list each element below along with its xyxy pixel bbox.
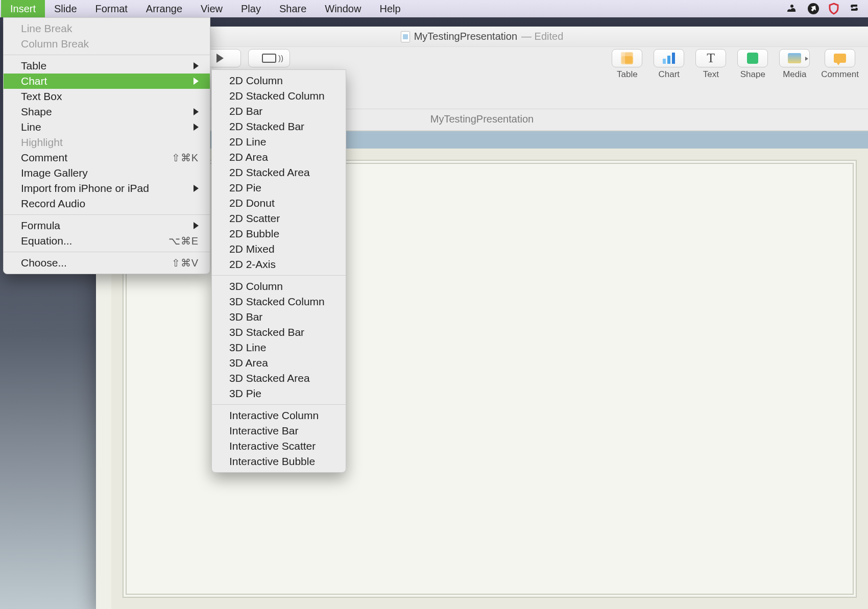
menu-window[interactable]: Window — [316, 0, 370, 17]
menu-item-label: 2D Pie — [229, 182, 261, 194]
menu-item-label: Table — [21, 60, 46, 72]
insert-menu-item[interactable]: Comment⇧⌘K — [4, 150, 210, 165]
chart-submenu-item[interactable]: 2D Stacked Bar — [212, 119, 346, 134]
media-icon — [788, 53, 801, 63]
toolbar-media-button[interactable]: Media — [779, 49, 810, 80]
menu-bar-spacer — [410, 0, 785, 17]
toolbar-text-button[interactable]: T Text — [695, 49, 726, 80]
chart-submenu-item[interactable]: 2D Pie — [212, 180, 346, 196]
menu-item-label: Line Break — [21, 22, 72, 35]
menu-item-label: 2D Area — [229, 151, 268, 163]
chart-submenu-item[interactable]: 2D Area — [212, 150, 346, 165]
menu-item-label: 2D Stacked Bar — [229, 120, 304, 133]
menu-play[interactable]: Play — [232, 0, 270, 17]
chart-submenu-item[interactable]: 2D Scatter — [212, 211, 346, 226]
menu-item-label: Interactive Scatter — [229, 440, 316, 452]
play-icon — [216, 54, 224, 63]
chevron-right-icon — [194, 124, 199, 131]
chart-submenu-item[interactable]: Interactive Column — [212, 408, 346, 423]
chart-submenu-item[interactable]: 3D Stacked Bar — [212, 325, 346, 340]
chart-submenu-item[interactable]: 3D Area — [212, 355, 346, 371]
menu-item-label: Import from iPhone or iPad — [21, 182, 149, 194]
menu-item-label: 2D Stacked Area — [229, 166, 310, 179]
insert-menu-item[interactable]: Choose...⇧⌘V — [4, 255, 210, 271]
menu-item-label: Interactive Bubble — [229, 455, 315, 468]
menu-shortcut: ⌥⌘E — [168, 235, 199, 247]
chart-submenu-item[interactable]: 2D Stacked Area — [212, 165, 346, 180]
menu-item-label: Image Gallery — [21, 167, 88, 179]
chart-submenu-item[interactable]: 2D Column — [212, 73, 346, 88]
insert-menu-item[interactable]: Text Box — [4, 89, 210, 104]
insert-menu-item[interactable]: Formula — [4, 218, 210, 233]
chart-submenu-item[interactable]: 2D Bar — [212, 104, 346, 119]
menu-format[interactable]: Format — [86, 0, 137, 17]
menu-item-label: 2D Line — [229, 136, 266, 148]
chevron-right-icon — [194, 222, 199, 229]
toolbar-comment-label: Comment — [821, 69, 859, 80]
document-title: MyTestingPresentation — [414, 31, 517, 42]
insert-menu-item[interactable]: Import from iPhone or iPad — [4, 181, 210, 196]
menu-help[interactable]: Help — [370, 0, 409, 17]
toolbar-chart-button[interactable]: Chart — [654, 49, 684, 80]
chart-submenu-item[interactable]: 3D Pie — [212, 386, 346, 401]
menu-share[interactable]: Share — [270, 0, 316, 17]
chart-submenu-item[interactable]: 3D Column — [212, 279, 346, 294]
toolbar-comment-button[interactable]: Comment — [821, 49, 859, 80]
menu-item-label: Highlight — [21, 136, 63, 149]
menu-item-label: 3D Stacked Bar — [229, 326, 304, 338]
chart-submenu-item[interactable]: 3D Bar — [212, 309, 346, 325]
insert-menu-item[interactable]: Chart — [4, 74, 210, 89]
menu-item-label: 2D Mixed — [229, 243, 275, 255]
chart-submenu-item[interactable]: 2D Line — [212, 134, 346, 150]
chart-submenu-item[interactable]: Interactive Scatter — [212, 439, 346, 454]
text-icon: T — [707, 51, 715, 66]
cloud-icon[interactable] — [785, 4, 799, 14]
menu-item-label: Equation... — [21, 235, 72, 247]
chart-submenu-item[interactable]: 3D Line — [212, 340, 346, 355]
insert-menu-item[interactable]: Shape — [4, 104, 210, 119]
chart-submenu-item[interactable]: 3D Stacked Column — [212, 294, 346, 309]
menu-item-label: Formula — [21, 220, 60, 232]
menu-item-label: 2D Bubble — [229, 228, 279, 240]
menu-item-label: Choose... — [21, 257, 67, 269]
menu-item-label: 3D Pie — [229, 387, 261, 400]
insert-menu-item[interactable]: Equation...⌥⌘E — [4, 233, 210, 249]
menu-item-label: 3D Area — [229, 357, 268, 369]
document-icon — [401, 31, 410, 42]
insert-menu-item[interactable]: Line — [4, 119, 210, 135]
chevron-right-icon — [194, 78, 199, 85]
insert-menu-item[interactable]: Record Audio — [4, 196, 210, 211]
insert-menu: Line BreakColumn BreakTableChartText Box… — [3, 17, 210, 274]
menu-item-label: 2D Stacked Column — [229, 90, 325, 102]
insert-menu-item[interactable]: Table — [4, 58, 210, 74]
menu-item-label: 3D Bar — [229, 311, 262, 323]
menu-item-label: 2D Column — [229, 75, 283, 87]
menu-item-label: Comment — [21, 152, 67, 164]
menu-slide[interactable]: Slide — [45, 0, 86, 17]
chart-submenu-item[interactable]: 2D 2-Axis — [212, 257, 346, 272]
menu-item-label: 3D Stacked Column — [229, 296, 325, 308]
chart-submenu-item[interactable]: 2D Mixed — [212, 241, 346, 257]
chart-submenu-item[interactable]: 2D Donut — [212, 196, 346, 211]
chart-submenu-item[interactable]: 3D Stacked Area — [212, 371, 346, 386]
svg-point-0 — [790, 5, 793, 8]
insert-menu-item[interactable]: Image Gallery — [4, 165, 210, 181]
menu-item-label: 2D Scatter — [229, 212, 280, 225]
menu-view[interactable]: View — [191, 0, 232, 17]
toolbar-table-button[interactable]: Table — [612, 49, 642, 80]
letter-s-icon[interactable] — [849, 3, 860, 14]
menu-item-label: 2D Bar — [229, 105, 262, 117]
location-icon[interactable] — [808, 3, 819, 14]
chart-submenu-item[interactable]: 2D Bubble — [212, 226, 346, 241]
menu-item-label: Interactive Column — [229, 409, 319, 422]
insert-menu-item: Line Break — [4, 21, 210, 36]
menu-insert[interactable]: Insert — [1, 0, 45, 17]
toolbar-shape-button[interactable]: Shape — [737, 49, 768, 80]
chart-icon — [663, 53, 675, 64]
chart-submenu-item[interactable]: 2D Stacked Column — [212, 88, 346, 104]
title-bar: MyTestingPresentation — Edited — [96, 27, 868, 47]
shield-icon[interactable] — [828, 3, 839, 15]
chart-submenu-item[interactable]: Interactive Bubble — [212, 454, 346, 469]
menu-arrange[interactable]: Arrange — [137, 0, 191, 17]
chart-submenu-item[interactable]: Interactive Bar — [212, 423, 346, 439]
